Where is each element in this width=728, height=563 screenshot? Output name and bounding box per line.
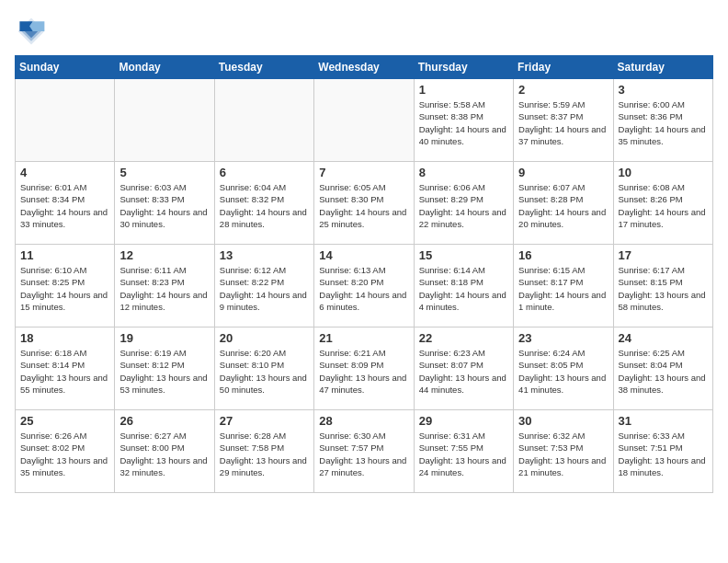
day-number: 26 [119, 414, 209, 428]
day-info: Sunrise: 6:15 AM Sunset: 8:17 PM Dayligh… [518, 264, 608, 313]
day-info: Sunrise: 6:21 AM Sunset: 8:09 PM Dayligh… [319, 347, 408, 396]
day-number: 7 [319, 166, 408, 179]
day-of-week-header: Thursday [414, 56, 513, 79]
day-info: Sunrise: 6:27 AM Sunset: 8:00 PM Dayligh… [119, 430, 209, 478]
day-info: Sunrise: 6:32 AM Sunset: 7:53 PM Dayligh… [518, 430, 608, 478]
calendar-day-cell: 2Sunrise: 5:59 AM Sunset: 8:37 PM Daylig… [514, 79, 613, 162]
day-number: 11 [20, 248, 109, 262]
day-number: 29 [419, 414, 508, 428]
day-number: 16 [518, 248, 608, 262]
calendar-day-cell: 19Sunrise: 6:19 AM Sunset: 8:12 PM Dayli… [115, 327, 214, 410]
day-info: Sunrise: 6:05 AM Sunset: 8:30 PM Dayligh… [319, 181, 408, 230]
calendar-day-cell: 16Sunrise: 6:15 AM Sunset: 8:17 PM Dayli… [514, 245, 613, 327]
calendar-table: SundayMondayTuesdayWednesdayThursdayFrid… [15, 55, 713, 493]
day-number: 17 [619, 248, 708, 262]
day-number: 23 [518, 331, 608, 345]
calendar-week-row: 25Sunrise: 6:26 AM Sunset: 8:02 PM Dayli… [16, 410, 713, 493]
calendar-day-cell: 30Sunrise: 6:32 AM Sunset: 7:53 PM Dayli… [514, 410, 613, 493]
day-info: Sunrise: 6:19 AM Sunset: 8:12 PM Dayligh… [119, 347, 209, 396]
page-header [15, 15, 713, 48]
day-info: Sunrise: 6:30 AM Sunset: 7:57 PM Dayligh… [319, 430, 408, 478]
calendar-week-row: 18Sunrise: 6:18 AM Sunset: 8:14 PM Dayli… [16, 327, 713, 410]
calendar-day-cell: 23Sunrise: 6:24 AM Sunset: 8:05 PM Dayli… [514, 327, 613, 410]
day-of-week-header: Monday [115, 56, 214, 79]
day-info: Sunrise: 6:31 AM Sunset: 7:55 PM Dayligh… [419, 430, 508, 478]
day-number: 27 [220, 414, 309, 428]
day-of-week-header: Wednesday [314, 56, 414, 79]
calendar-day-cell: 20Sunrise: 6:20 AM Sunset: 8:10 PM Dayli… [214, 327, 313, 410]
day-info: Sunrise: 6:24 AM Sunset: 8:05 PM Dayligh… [518, 347, 608, 396]
day-number: 13 [220, 248, 309, 262]
calendar-day-cell: 8Sunrise: 6:06 AM Sunset: 8:29 PM Daylig… [414, 162, 513, 245]
calendar-day-cell: 7Sunrise: 6:05 AM Sunset: 8:30 PM Daylig… [314, 162, 414, 245]
day-of-week-header: Friday [514, 56, 613, 79]
day-info: Sunrise: 6:01 AM Sunset: 8:34 PM Dayligh… [20, 181, 109, 230]
day-number: 2 [518, 83, 608, 97]
day-info: Sunrise: 6:00 AM Sunset: 8:36 PM Dayligh… [619, 98, 708, 147]
calendar-day-cell: 22Sunrise: 6:23 AM Sunset: 8:07 PM Dayli… [414, 327, 513, 410]
day-number: 6 [220, 166, 309, 179]
calendar-day-cell: 13Sunrise: 6:12 AM Sunset: 8:22 PM Dayli… [214, 245, 313, 327]
day-number: 24 [619, 331, 708, 345]
day-number: 20 [220, 331, 309, 345]
calendar-day-cell: 5Sunrise: 6:03 AM Sunset: 8:33 PM Daylig… [115, 162, 214, 245]
day-info: Sunrise: 6:03 AM Sunset: 8:33 PM Dayligh… [119, 181, 209, 230]
day-number: 30 [518, 414, 608, 428]
day-info: Sunrise: 6:06 AM Sunset: 8:29 PM Dayligh… [419, 181, 508, 230]
day-number: 4 [20, 166, 109, 179]
calendar-header-row: SundayMondayTuesdayWednesdayThursdayFrid… [16, 56, 713, 79]
day-info: Sunrise: 6:07 AM Sunset: 8:28 PM Dayligh… [518, 181, 608, 230]
day-info: Sunrise: 6:26 AM Sunset: 8:02 PM Dayligh… [20, 430, 109, 478]
calendar-day-cell: 24Sunrise: 6:25 AM Sunset: 8:04 PM Dayli… [613, 327, 712, 410]
calendar-day-cell [16, 79, 115, 162]
day-number: 25 [20, 414, 109, 428]
day-number: 14 [319, 248, 408, 262]
calendar-day-cell: 1Sunrise: 5:58 AM Sunset: 8:38 PM Daylig… [414, 79, 513, 162]
day-info: Sunrise: 6:12 AM Sunset: 8:22 PM Dayligh… [220, 264, 309, 313]
day-info: Sunrise: 6:25 AM Sunset: 8:04 PM Dayligh… [619, 347, 708, 396]
day-info: Sunrise: 6:13 AM Sunset: 8:20 PM Dayligh… [319, 264, 408, 313]
calendar-day-cell: 28Sunrise: 6:30 AM Sunset: 7:57 PM Dayli… [314, 410, 414, 493]
calendar-day-cell: 21Sunrise: 6:21 AM Sunset: 8:09 PM Dayli… [314, 327, 414, 410]
calendar-day-cell [314, 79, 414, 162]
day-of-week-header: Saturday [613, 56, 712, 79]
day-info: Sunrise: 5:59 AM Sunset: 8:37 PM Dayligh… [518, 98, 608, 147]
day-number: 1 [419, 83, 508, 97]
calendar-day-cell: 31Sunrise: 6:33 AM Sunset: 7:51 PM Dayli… [613, 410, 712, 493]
calendar-day-cell: 11Sunrise: 6:10 AM Sunset: 8:25 PM Dayli… [16, 245, 115, 327]
day-info: Sunrise: 6:18 AM Sunset: 8:14 PM Dayligh… [20, 347, 109, 396]
day-number: 18 [20, 331, 109, 345]
day-number: 15 [419, 248, 508, 262]
calendar-week-row: 11Sunrise: 6:10 AM Sunset: 8:25 PM Dayli… [16, 245, 713, 327]
calendar-day-cell: 14Sunrise: 6:13 AM Sunset: 8:20 PM Dayli… [314, 245, 414, 327]
day-number: 31 [619, 414, 708, 428]
calendar-week-row: 1Sunrise: 5:58 AM Sunset: 8:38 PM Daylig… [16, 79, 713, 162]
day-number: 21 [319, 331, 408, 345]
calendar-day-cell: 17Sunrise: 6:17 AM Sunset: 8:15 PM Dayli… [613, 245, 712, 327]
calendar-day-cell [214, 79, 313, 162]
day-number: 8 [419, 166, 508, 179]
calendar-day-cell: 26Sunrise: 6:27 AM Sunset: 8:00 PM Dayli… [115, 410, 214, 493]
day-number: 28 [319, 414, 408, 428]
calendar-day-cell [115, 79, 214, 162]
calendar-day-cell: 27Sunrise: 6:28 AM Sunset: 7:58 PM Dayli… [214, 410, 313, 493]
calendar-day-cell: 6Sunrise: 6:04 AM Sunset: 8:32 PM Daylig… [214, 162, 313, 245]
calendar-day-cell: 4Sunrise: 6:01 AM Sunset: 8:34 PM Daylig… [16, 162, 115, 245]
day-number: 9 [518, 166, 608, 179]
day-number: 12 [119, 248, 209, 262]
day-info: Sunrise: 6:10 AM Sunset: 8:25 PM Dayligh… [20, 264, 109, 313]
day-number: 3 [619, 83, 708, 97]
day-info: Sunrise: 6:20 AM Sunset: 8:10 PM Dayligh… [220, 347, 309, 396]
day-info: Sunrise: 6:11 AM Sunset: 8:23 PM Dayligh… [119, 264, 209, 313]
day-info: Sunrise: 6:33 AM Sunset: 7:51 PM Dayligh… [619, 430, 708, 478]
day-number: 19 [119, 331, 209, 345]
day-info: Sunrise: 5:58 AM Sunset: 8:38 PM Dayligh… [419, 98, 508, 147]
day-info: Sunrise: 6:04 AM Sunset: 8:32 PM Dayligh… [220, 181, 309, 230]
day-number: 10 [619, 166, 708, 179]
calendar-day-cell: 25Sunrise: 6:26 AM Sunset: 8:02 PM Dayli… [16, 410, 115, 493]
calendar-day-cell: 29Sunrise: 6:31 AM Sunset: 7:55 PM Dayli… [414, 410, 513, 493]
logo [15, 15, 53, 48]
day-info: Sunrise: 6:23 AM Sunset: 8:07 PM Dayligh… [419, 347, 508, 396]
day-info: Sunrise: 6:08 AM Sunset: 8:26 PM Dayligh… [619, 181, 708, 230]
day-number: 5 [119, 166, 209, 179]
